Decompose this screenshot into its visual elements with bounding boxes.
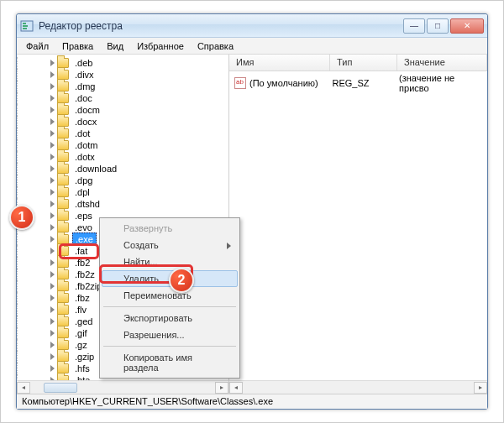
tree-node-label: .dotm [72, 139, 101, 151]
tree-node[interactable]: .dotm [17, 139, 228, 151]
ctx-export[interactable]: Экспортировать [102, 310, 238, 326]
tree-node[interactable]: .divx [17, 69, 228, 81]
tree-node-label: .dtshd [72, 198, 102, 210]
expand-icon[interactable] [50, 71, 55, 78]
values-pane: Имя Тип Значение (По умолчанию) REG_SZ (… [229, 55, 487, 394]
maximize-button[interactable]: □ [427, 18, 449, 34]
expand-icon[interactable] [50, 201, 55, 207]
tree-node-label: .dmg [72, 81, 97, 92]
expand-icon[interactable] [50, 107, 55, 113]
window-title: Редактор реестра [39, 20, 403, 32]
ctx-separator [103, 346, 236, 347]
expand-icon[interactable] [50, 83, 55, 90]
status-path: Компьютер\HKEY_CURRENT_USER\Software\Cla… [22, 396, 273, 406]
tree-node-label: .fbz [72, 292, 92, 304]
annotation-box-1 [59, 243, 99, 259]
tree-node[interactable]: .dotx [17, 151, 228, 163]
menu-help[interactable]: Справка [192, 39, 239, 53]
tree-node[interactable]: .deb [17, 57, 228, 69]
scroll-thumb[interactable] [44, 383, 77, 393]
value-row[interactable]: (По умолчанию) REG_SZ (значение не присв… [229, 71, 487, 95]
value-name: (По умолчанию) [249, 78, 328, 88]
expand-icon[interactable] [50, 236, 55, 243]
column-headers: Имя Тип Значение [229, 55, 487, 71]
expand-icon[interactable] [50, 342, 55, 348]
expand-icon[interactable] [50, 224, 55, 231]
expand-icon[interactable] [50, 212, 55, 219]
tree-node-label: .doc [72, 92, 95, 104]
expand-icon[interactable] [50, 118, 55, 125]
body: .deb.divx.dmg.doc.docm.docx.dot.dotm.dot… [17, 55, 487, 394]
expand-icon[interactable] [50, 154, 55, 160]
tree-node-label: .hfs [72, 363, 92, 374]
scroll-right-icon[interactable]: ▸ [474, 382, 487, 394]
expand-icon[interactable] [50, 295, 55, 301]
ctx-permissions[interactable]: Разрешения... [102, 326, 238, 343]
expand-icon[interactable] [50, 330, 55, 337]
minimize-button[interactable]: — [403, 18, 425, 34]
app-window: Редактор реестра — □ ✕ Файл Правка Вид И… [16, 13, 488, 410]
tree-node[interactable]: .dtshd [17, 198, 228, 210]
col-value[interactable]: Значение [397, 55, 487, 70]
expand-icon[interactable] [50, 60, 55, 66]
tree-node-label: .evo [72, 222, 95, 233]
tree-node-label: .flv [72, 304, 89, 316]
tree-node[interactable]: .dpl [17, 186, 228, 198]
tree-hscroll[interactable]: ◂ ▸ [17, 380, 228, 394]
expand-icon[interactable] [50, 271, 55, 278]
titlebar: Редактор реестра — □ ✕ [17, 14, 487, 38]
expand-icon[interactable] [50, 283, 55, 290]
annotation-badge-1: 1 [9, 205, 34, 230]
tree-node[interactable]: .dmg [17, 81, 228, 92]
scroll-left-icon[interactable]: ◂ [229, 382, 243, 394]
expand-icon[interactable] [50, 142, 55, 149]
tree-node[interactable]: .doc [17, 92, 228, 104]
expand-icon[interactable] [50, 365, 55, 372]
ctx-copykey[interactable]: Копировать имя раздела [102, 349, 238, 376]
tree-node-label: .eps [72, 210, 95, 222]
expand-icon[interactable] [50, 95, 55, 102]
tree-node-label: .dotx [72, 151, 97, 163]
col-type[interactable]: Тип [330, 55, 397, 70]
expand-icon[interactable] [50, 165, 55, 172]
tree-node-label: .dpg [72, 175, 95, 186]
tree-node[interactable]: .dot [17, 128, 228, 139]
expand-icon[interactable] [50, 318, 55, 325]
menu-file[interactable]: Файл [20, 39, 55, 53]
close-button[interactable]: ✕ [450, 18, 484, 34]
tree-node-label: .fb2z [72, 269, 97, 280]
tree-node-label: .download [72, 163, 119, 175]
expand-icon[interactable] [50, 189, 55, 196]
col-name[interactable]: Имя [229, 55, 330, 70]
value-data: (значение не присво [399, 73, 482, 93]
annotation-badge-2: 2 [169, 268, 194, 293]
scroll-left-icon[interactable]: ◂ [17, 382, 30, 394]
scroll-right-icon[interactable]: ▸ [215, 382, 228, 394]
ctx-rename[interactable]: Переименовать [102, 287, 238, 304]
menu-favorites[interactable]: Избранное [131, 39, 190, 53]
window-buttons: — □ ✕ [403, 18, 484, 34]
expand-icon[interactable] [50, 353, 55, 360]
menubar: Файл Правка Вид Избранное Справка [17, 38, 487, 55]
tree-node[interactable]: .docx [17, 116, 228, 128]
tree-node[interactable]: .download [17, 163, 228, 175]
expand-icon[interactable] [50, 177, 55, 184]
tree-node[interactable]: .dpg [17, 175, 228, 186]
expand-icon[interactable] [50, 306, 55, 313]
ctx-expand[interactable]: Развернуть [102, 220, 238, 237]
expand-icon[interactable] [50, 248, 55, 254]
tree-node[interactable]: .docm [17, 104, 228, 116]
menu-edit[interactable]: Правка [56, 39, 99, 53]
tree-node-label: .dot [72, 128, 92, 139]
expand-icon[interactable] [50, 259, 55, 266]
statusbar: Компьютер\HKEY_CURRENT_USER\Software\Cla… [17, 394, 487, 409]
tree-node-label: .deb [72, 57, 95, 69]
menu-view[interactable]: Вид [101, 39, 129, 53]
tree-node-label: .gif [72, 327, 90, 339]
svg-rect-2 [23, 25, 28, 27]
ctx-create[interactable]: Создать [102, 237, 238, 253]
list-hscroll[interactable]: ◂ ▸ [229, 380, 487, 394]
svg-rect-1 [23, 23, 26, 24]
tree-node-label: .ged [72, 316, 95, 327]
expand-icon[interactable] [50, 130, 55, 137]
